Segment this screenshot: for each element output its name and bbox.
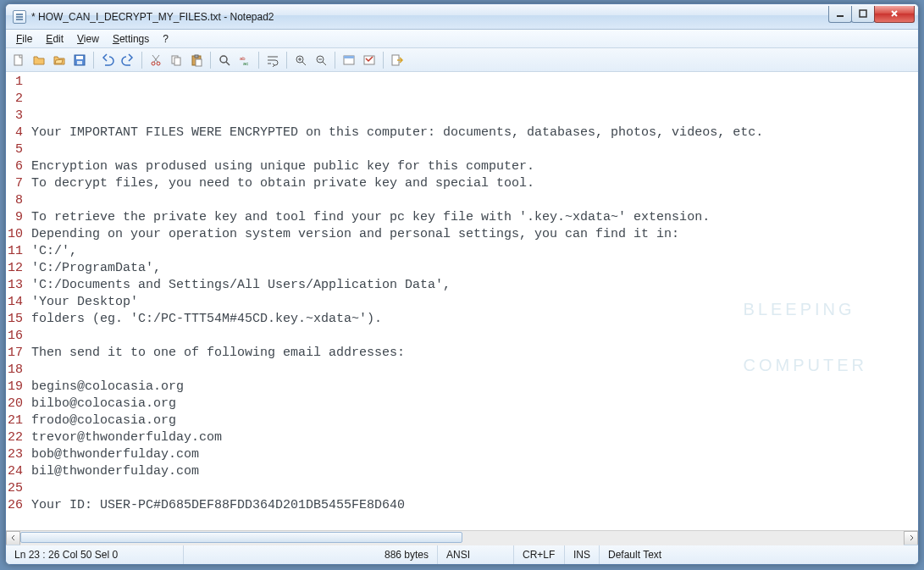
undo-icon (101, 53, 114, 67)
code-line[interactable] (31, 192, 918, 209)
redo-button[interactable] (119, 51, 137, 69)
code-line[interactable]: To decrypt files, you need to obtain pri… (31, 175, 918, 192)
replace-icon: abac (238, 53, 252, 67)
code-line[interactable]: Depending on your operation system versi… (31, 226, 918, 243)
save-button[interactable] (70, 51, 89, 69)
scroll-thumb[interactable] (20, 532, 462, 543)
find-button[interactable] (215, 51, 234, 69)
svg-rect-4 (76, 56, 83, 59)
line-number: 3 (6, 108, 23, 125)
scroll-track[interactable] (20, 531, 904, 545)
window-controls (829, 6, 915, 23)
open-file-button[interactable] (30, 51, 48, 69)
code-line[interactable]: 'Your Desktop' (31, 294, 918, 311)
svg-rect-2 (14, 55, 22, 65)
scroll-right-button[interactable] (904, 531, 918, 545)
line-number: 16 (6, 328, 23, 345)
line-number: 19 (6, 379, 23, 396)
code-line[interactable]: 'C:/ProgramData', (31, 260, 918, 277)
menu-settings[interactable]: Settings (106, 31, 156, 47)
customize-icon (362, 53, 376, 67)
svg-rect-5 (77, 61, 82, 64)
code-line[interactable]: Then send it to one of following email a… (31, 345, 918, 362)
horizontal-scrollbar[interactable] (6, 530, 918, 545)
scheme-button[interactable] (340, 51, 358, 69)
code-line[interactable]: 'C:/Documents and Settings/All Users/App… (31, 277, 918, 294)
cut-button[interactable] (147, 51, 165, 69)
line-number: 11 (6, 243, 23, 260)
code-line[interactable]: Your IMPORTANT FILES WERE ENCRYPTED on t… (31, 125, 918, 141)
line-number: 6 (6, 158, 23, 175)
code-line[interactable]: begins@colocasia.org (31, 379, 918, 396)
code-line[interactable] (31, 328, 918, 345)
menu-help[interactable]: ? (156, 31, 175, 47)
minimize-button[interactable] (828, 6, 852, 23)
app-window: * HOW_CAN_I_DECRYPT_MY_FILES.txt - Notep… (5, 3, 919, 565)
line-number: 23 (6, 446, 23, 463)
line-number: 17 (6, 345, 23, 362)
replace-button[interactable]: abac (235, 51, 254, 69)
close-button[interactable] (874, 6, 915, 23)
editor[interactable]: 1234567891011121314151617181920212223242… (6, 72, 918, 530)
exit-icon (390, 53, 404, 67)
code-line[interactable]: trevor@thwonderfulday.com (31, 429, 918, 446)
browse-button[interactable] (50, 51, 69, 69)
paste-icon (190, 53, 203, 67)
undo-button[interactable] (98, 51, 117, 69)
line-number: 10 (6, 226, 23, 243)
new-file-button[interactable] (9, 51, 28, 69)
titlebar[interactable]: * HOW_CAN_I_DECRYPT_MY_FILES.txt - Notep… (6, 4, 918, 30)
app-icon (13, 10, 26, 24)
statusbar: Ln 23 : 26 Col 50 Sel 0 886 bytes ANSI C… (6, 545, 918, 564)
paste-button[interactable] (187, 51, 206, 69)
line-number: 2 (6, 91, 23, 108)
word-wrap-button[interactable] (263, 51, 282, 69)
code-line[interactable]: folders (eg. 'C:/PC-TTT54M#45CD.key.~xda… (31, 311, 918, 328)
code-line[interactable]: 'C:/', (31, 243, 918, 260)
svg-rect-19 (344, 56, 354, 58)
text-area[interactable]: BLEEPING COMPUTER Your IMPORTANT FILES W… (26, 72, 918, 530)
code-line[interactable]: frodo@colocasia.org (31, 412, 918, 429)
code-line[interactable]: To retrieve the private key and tool fin… (31, 209, 918, 226)
cut-icon (149, 53, 163, 67)
code-line[interactable]: bil@thwonderfulday.com (31, 463, 918, 480)
line-gutter: 1234567891011121314151617181920212223242… (6, 72, 26, 530)
code-line[interactable]: Encryption was prodused using unique pub… (31, 158, 918, 175)
line-number: 20 (6, 396, 23, 412)
menu-edit[interactable]: Edit (39, 31, 70, 47)
save-icon (73, 53, 86, 67)
code-line[interactable] (31, 514, 918, 530)
scroll-left-button[interactable] (6, 531, 20, 545)
line-number: 12 (6, 260, 23, 277)
customize-button[interactable] (360, 51, 379, 69)
line-number: 13 (6, 277, 23, 294)
copy-icon (169, 53, 183, 67)
line-number: 26 (6, 497, 23, 514)
word-wrap-icon (266, 53, 279, 67)
status-syntax: Default Text (600, 545, 918, 564)
open-folder-icon (32, 53, 46, 67)
zoom-out-button[interactable] (312, 51, 330, 69)
status-eol: CR+LF (514, 545, 565, 564)
menu-file[interactable]: File (9, 31, 39, 47)
status-bytes: 886 bytes (184, 545, 438, 564)
code-line[interactable]: bob@thwonderfulday.com (31, 446, 918, 463)
new-file-icon (12, 53, 25, 67)
status-insert-mode: INS (565, 545, 600, 564)
menu-view[interactable]: View (70, 31, 106, 47)
line-number: 5 (6, 141, 23, 158)
code-line[interactable] (31, 362, 918, 379)
menubar: File Edit View Settings ? (6, 30, 918, 48)
zoom-in-button[interactable] (291, 51, 310, 69)
code-line[interactable] (31, 480, 918, 497)
code-line[interactable]: bilbo@colocasia.org (31, 396, 918, 412)
exit-button[interactable] (388, 51, 407, 69)
status-encoding: ANSI (438, 545, 514, 564)
code-line[interactable] (31, 141, 918, 158)
code-line[interactable]: Your ID: USER-PC#D685DEF88FDD364D201DB54… (31, 497, 918, 514)
line-number: 8 (6, 192, 23, 209)
toolbar: abac (6, 48, 918, 72)
maximize-button[interactable] (851, 6, 875, 23)
copy-button[interactable] (167, 51, 185, 69)
svg-rect-11 (195, 55, 198, 58)
